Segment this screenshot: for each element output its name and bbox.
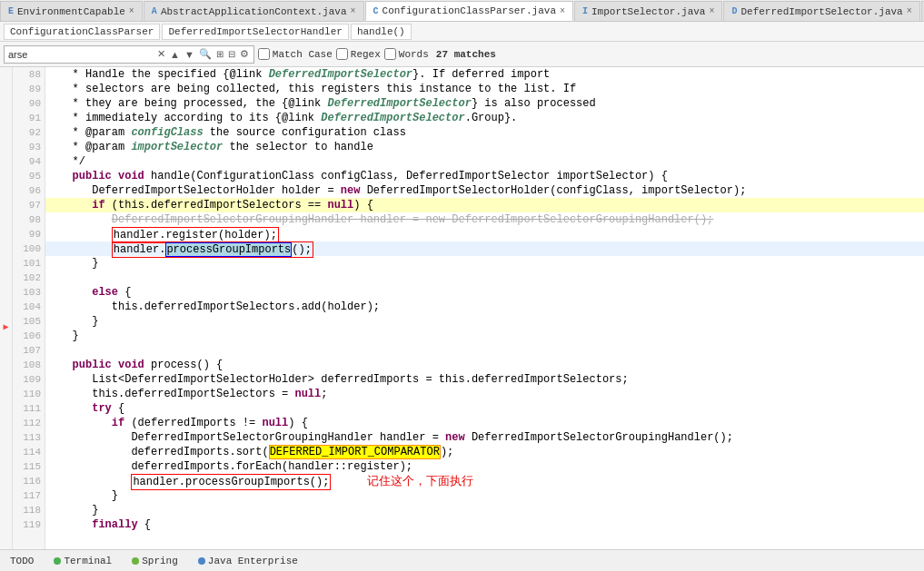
java-dot bbox=[198, 557, 205, 565]
line-number: 97 bbox=[13, 198, 41, 212]
tab-deferred[interactable]: D DeferredImportSelector.java × bbox=[723, 1, 919, 21]
table-row: List<DeferredImportSelectorHolder> defer… bbox=[45, 372, 924, 387]
line-number: 91 bbox=[13, 111, 41, 125]
multiline-button[interactable]: ⊞ bbox=[215, 48, 224, 60]
breadcrumb-1[interactable]: ConfigurationClassParser bbox=[4, 24, 160, 40]
tab-import-close[interactable]: × bbox=[709, 6, 714, 16]
line-number: 117 bbox=[13, 488, 41, 503]
words-text: Words bbox=[399, 49, 429, 60]
table-row: * selectors are being collected, this re… bbox=[45, 82, 924, 96]
table-row: public void process() { bbox=[45, 358, 924, 372]
todo-tab[interactable]: TODO bbox=[4, 553, 40, 569]
abstract-icon: A bbox=[152, 6, 157, 16]
table-row: * @param importSelector the selector to … bbox=[45, 140, 924, 154]
annotation-text: 记住这个，下面执行 bbox=[367, 474, 473, 487]
line-number: 90 bbox=[13, 96, 41, 111]
tab-config[interactable]: C ConfigurationClassParser.java × bbox=[365, 1, 573, 21]
line-number: 98 bbox=[13, 212, 41, 227]
table-row bbox=[45, 271, 924, 285]
spring-dot bbox=[132, 557, 139, 565]
line-number: 88 bbox=[13, 67, 41, 82]
line-number: 101 bbox=[13, 256, 41, 271]
line-number: 109 bbox=[13, 372, 41, 387]
table-row: * Handle the specified {@link DeferredIm… bbox=[45, 67, 924, 82]
left-panel: ▶ bbox=[0, 67, 13, 549]
line-number: 105 bbox=[13, 314, 41, 329]
tab-deferred-close[interactable]: × bbox=[907, 6, 912, 16]
table-row: finally { bbox=[45, 517, 924, 532]
settings-button[interactable]: ⚙ bbox=[239, 47, 250, 61]
table-row: * immediately according to its {@link De… bbox=[45, 111, 924, 125]
line-number: 115 bbox=[13, 459, 41, 474]
table-row: this.deferredImportSelectors = null; bbox=[45, 387, 924, 401]
search-input[interactable] bbox=[8, 49, 154, 60]
line-number: 102 bbox=[13, 271, 41, 285]
spring-tab[interactable]: Spring bbox=[125, 553, 184, 569]
tab-env-close[interactable]: × bbox=[129, 6, 134, 16]
table-row: DeferredImportSelectorGroupingHandler ha… bbox=[45, 212, 924, 227]
table-row: deferredImports.forEach(handler::registe… bbox=[45, 459, 924, 474]
line-number: 119 bbox=[13, 517, 41, 532]
tab-env[interactable]: E EnvironmentCapable × bbox=[0, 1, 143, 21]
terminal-tab[interactable]: Terminal bbox=[47, 553, 118, 569]
match-case-label[interactable]: Match Case bbox=[258, 48, 333, 60]
match-case-checkbox[interactable] bbox=[258, 48, 270, 60]
line-number: 106 bbox=[13, 329, 41, 343]
line-number: 110 bbox=[13, 387, 41, 401]
line-gutter: 8889909192939495969798991001011021031041… bbox=[13, 67, 45, 549]
line-number: 107 bbox=[13, 343, 41, 358]
line-number: 92 bbox=[13, 125, 41, 140]
search-input-wrap: ✕ ▲ ▼ 🔍 ⊞ ⊟ ⚙ bbox=[4, 45, 254, 64]
table-row: deferredImports.sort(DEFERRED_IMPORT_COM… bbox=[45, 445, 924, 459]
deferred-icon: D bbox=[731, 6, 737, 16]
table-row: handler.register(holder); bbox=[45, 227, 924, 241]
words-label[interactable]: Words bbox=[384, 48, 429, 60]
line-number: 111 bbox=[13, 401, 41, 416]
import-icon: I bbox=[582, 6, 588, 16]
filter-button[interactable]: ⊟ bbox=[227, 48, 236, 60]
table-row: handler.processGroupImports();记住这个，下面执行 bbox=[45, 474, 924, 488]
line-number: 113 bbox=[13, 430, 41, 445]
table-row: DeferredImportSelectorHolder holder = ne… bbox=[45, 183, 924, 198]
line-number: 118 bbox=[13, 503, 41, 517]
tab-import[interactable]: I ImportSelector.java × bbox=[574, 1, 722, 21]
tab-abstract[interactable]: A AbstractApplicationContext.java × bbox=[144, 1, 364, 21]
words-checkbox[interactable] bbox=[384, 48, 396, 60]
table-row: if (deferredImports != null) { bbox=[45, 416, 924, 430]
regex-checkbox[interactable] bbox=[336, 48, 348, 60]
breadcrumb-3[interactable]: handle() bbox=[351, 24, 412, 40]
tab-abstract-close[interactable]: × bbox=[351, 6, 356, 16]
line-number: 104 bbox=[13, 300, 41, 314]
tab-import-label: ImportSelector.java bbox=[591, 6, 705, 17]
clear-search-button[interactable]: ✕ bbox=[156, 47, 166, 61]
search-bar: ✕ ▲ ▼ 🔍 ⊞ ⊟ ⚙ Match Case Regex Words 27 … bbox=[0, 42, 924, 67]
table-row: handler.processGroupImports(); bbox=[45, 241, 924, 256]
table-row: } bbox=[45, 488, 924, 503]
line-number: 103 bbox=[13, 285, 41, 300]
tab-abstract-label: AbstractApplicationContext.java bbox=[161, 6, 347, 17]
line-number: 96 bbox=[13, 183, 41, 198]
breadcrumb-2[interactable]: DeferredImportSelectorHandler bbox=[162, 24, 348, 40]
line-number: 94 bbox=[13, 154, 41, 169]
line-number: 95 bbox=[13, 169, 41, 183]
java-enterprise-tab[interactable]: Java Enterprise bbox=[192, 553, 304, 569]
table-row: else { bbox=[45, 285, 924, 300]
line-number: 89 bbox=[13, 82, 41, 96]
find-options-button[interactable]: 🔍 bbox=[198, 47, 213, 61]
table-row bbox=[45, 343, 924, 358]
config-icon: C bbox=[373, 6, 379, 16]
table-row: } bbox=[45, 256, 924, 271]
next-match-button[interactable]: ▼ bbox=[184, 48, 195, 61]
code-editor[interactable]: * Handle the specified {@link DeferredIm… bbox=[45, 67, 924, 549]
table-row: } bbox=[45, 503, 924, 517]
match-case-text: Match Case bbox=[273, 49, 333, 60]
env-icon: E bbox=[8, 6, 14, 16]
table-row: * @param configClass the source configur… bbox=[45, 125, 924, 140]
tab-config-label: ConfigurationClassParser.java bbox=[383, 5, 556, 16]
regex-label[interactable]: Regex bbox=[336, 48, 381, 60]
table-row: } bbox=[45, 329, 924, 343]
tab-config-close[interactable]: × bbox=[560, 6, 565, 16]
match-count: 27 matches bbox=[436, 49, 496, 60]
prev-match-button[interactable]: ▲ bbox=[169, 48, 181, 61]
tab-env-label: EnvironmentCapable bbox=[17, 6, 125, 17]
